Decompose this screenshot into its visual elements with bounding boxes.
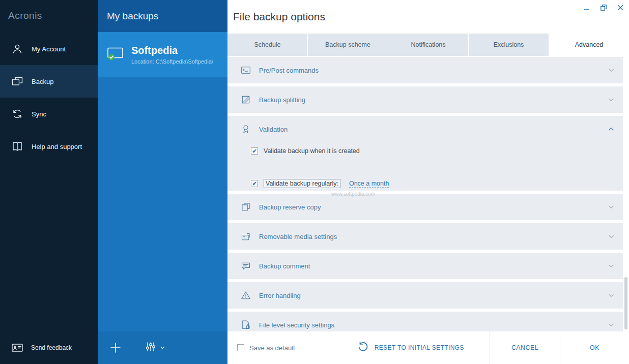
accordion-row-label: Validation <box>259 126 288 133</box>
window-controls <box>582 3 625 12</box>
chevron-down-icon <box>608 321 615 330</box>
reset-label: RESET TO INITIAL SETTINGS <box>375 344 464 351</box>
sidebar-item-help[interactable]: Help and support <box>0 130 98 163</box>
backups-panel-title: My backups <box>98 0 227 32</box>
sidebar-item-sync[interactable]: Sync <box>0 98 98 130</box>
chevron-down-icon <box>608 67 615 76</box>
backup-options-button[interactable] <box>145 341 165 355</box>
accordion-row-file-level-security[interactable]: File level security settings <box>227 312 623 331</box>
file-lock-icon <box>240 319 251 330</box>
accordion-row-backup-splitting[interactable]: Backup splitting <box>227 86 623 113</box>
backup-location: Location: C:\Softpedia\Softpedia\ <box>131 58 213 65</box>
acronis-logo: Acronis <box>0 0 98 21</box>
sidebar-item-label: My Account <box>32 45 66 53</box>
warning-icon <box>240 290 251 301</box>
dialog-title: File backup options <box>233 11 325 23</box>
accordion-row-label: File level security settings <box>259 321 334 329</box>
backup-item-text: Softpedia Location: C:\Softpedia\Softped… <box>131 45 213 65</box>
reset-button[interactable]: RESET TO INITIAL SETTINGS <box>357 341 464 355</box>
tab-advanced[interactable]: Advanced <box>549 34 629 56</box>
validate-regularly-label: Validate backup regularly: <box>264 179 340 188</box>
chevron-down-icon <box>608 292 615 301</box>
save-as-default-label: Save as default <box>249 344 295 352</box>
accordion-row-label: Removable media settings <box>259 233 337 240</box>
accordion-row-label: Backup comment <box>259 262 310 270</box>
sidebar-item-label: Sync <box>32 110 46 118</box>
sidebar-item-backup[interactable]: Backup <box>0 65 98 98</box>
sliders-icon <box>145 341 157 355</box>
ok-button[interactable]: OK <box>560 331 629 364</box>
tab-notifications[interactable]: Notifications <box>388 34 469 56</box>
accordion-row-validation[interactable]: Validation <box>227 116 623 142</box>
chevron-up-icon <box>608 126 615 135</box>
validate-on-create-checkbox[interactable] <box>251 147 258 155</box>
cancel-button[interactable]: CANCEL <box>490 331 560 364</box>
footer-left: Save as default RESET TO INITIAL SETTING… <box>227 331 490 364</box>
chevron-down-icon <box>608 96 615 105</box>
accordion-row-label: Error handling <box>259 292 301 299</box>
validate-regularly-option: Validate backup regularly: Once a month <box>227 176 623 191</box>
tab-schedule[interactable]: Schedule <box>227 34 308 56</box>
validate-on-create-option: Validate backup when it is created <box>227 144 623 158</box>
section-validation-expanded: Validation Validate backup when it is cr… <box>227 116 623 191</box>
backups-panel: My backups Softpedia Location: C:\Softpe… <box>98 0 227 364</box>
chevron-down-icon <box>608 203 615 213</box>
send-feedback-label: Send feedback <box>31 344 72 351</box>
close-button[interactable] <box>616 3 625 12</box>
commands-icon <box>240 65 251 76</box>
sidebar-item-label: Help and support <box>32 143 82 150</box>
sidebar-item-my-account[interactable]: My Account <box>0 33 98 65</box>
accordion-row-label: Pre/Post commands <box>259 67 319 74</box>
dialog-header: File backup options <box>227 0 629 34</box>
validate-on-create-label: Validate backup when it is created <box>264 147 360 155</box>
accordion-row-error-handling[interactable]: Error handling <box>227 282 623 309</box>
backup-status-icon <box>107 46 125 64</box>
save-as-default-checkbox[interactable] <box>237 344 244 351</box>
tab-exclusions[interactable]: Exclusions <box>469 34 549 56</box>
splitting-icon <box>240 94 251 105</box>
watermark: www.softpedia.com <box>331 191 375 197</box>
validation-award-icon <box>240 124 251 135</box>
advanced-options-list: Pre/Post commands Backup splitting <box>227 56 629 331</box>
backup-icon <box>10 74 24 88</box>
app-window: Acronis My Account Backup Sync <box>0 0 629 364</box>
accordion-row-removable-media[interactable]: Removable media settings <box>227 223 623 250</box>
accordion-row-backup-reserve-copy[interactable]: Backup reserve copy <box>227 194 623 220</box>
tab-backup-scheme[interactable]: Backup scheme <box>308 34 388 56</box>
comment-icon <box>240 260 251 271</box>
sidebar-nav: My Account Backup Sync Help and support <box>0 33 98 163</box>
help-book-icon <box>10 139 24 154</box>
validate-regularly-checkbox[interactable] <box>251 180 258 187</box>
scrollbar-thumb[interactable] <box>624 277 627 329</box>
send-feedback-button[interactable]: Send feedback <box>0 331 98 364</box>
maximize-button[interactable] <box>599 3 608 12</box>
minimize-button[interactable] <box>582 3 591 12</box>
backup-item-softpedia[interactable]: Softpedia Location: C:\Softpedia\Softped… <box>98 32 227 77</box>
chevron-down-icon <box>608 233 615 242</box>
backups-footer <box>98 331 227 364</box>
options-dialog: File backup options Schedule Backup sche… <box>227 0 629 364</box>
sidebar: Acronis My Account Backup Sync <box>0 0 98 364</box>
options-tabs: Schedule Backup scheme Notifications Exc… <box>227 34 629 56</box>
removable-media-icon <box>240 231 251 242</box>
chevron-down-icon <box>608 262 615 271</box>
backup-name: Softpedia <box>131 45 213 56</box>
reserve-copy-icon <box>240 201 251 213</box>
accordion-row-pre-post-commands[interactable]: Pre/Post commands <box>227 57 623 83</box>
feedback-icon <box>10 341 24 355</box>
dialog-footer: Save as default RESET TO INITIAL SETTING… <box>227 331 629 364</box>
sidebar-item-label: Backup <box>32 78 53 85</box>
validation-frequency-link[interactable]: Once a month <box>349 180 389 188</box>
reset-icon <box>357 341 369 355</box>
accordion-row-label: Backup splitting <box>259 96 305 104</box>
accordion-row-label: Backup reserve copy <box>259 203 321 211</box>
accordion-row-backup-comment[interactable]: Backup comment <box>227 253 623 279</box>
sync-icon <box>10 107 24 121</box>
chevron-down-icon <box>160 343 165 352</box>
user-icon <box>10 42 24 56</box>
add-backup-button[interactable] <box>104 336 127 359</box>
